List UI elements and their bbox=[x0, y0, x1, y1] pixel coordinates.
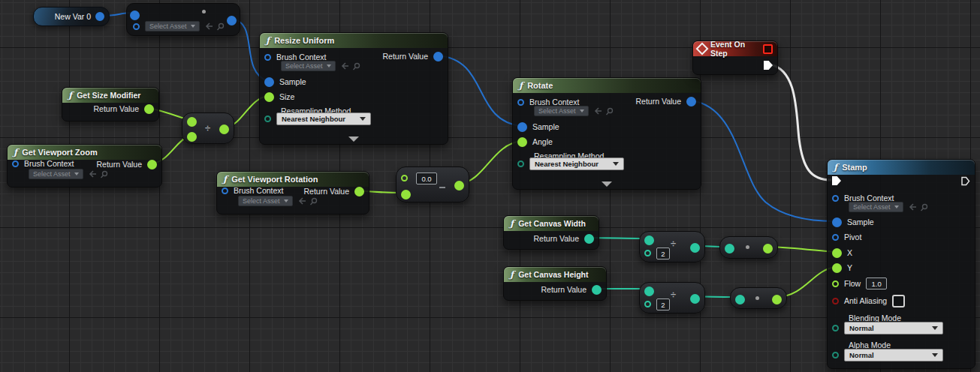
node-header[interactable]: ƒ Rotate bbox=[513, 78, 701, 93]
brush-context-pin[interactable] bbox=[832, 195, 839, 202]
divisor-value-box[interactable]: 2 bbox=[656, 248, 670, 260]
select-asset-dropdown[interactable]: Select Asset bbox=[238, 196, 293, 206]
browse-icon[interactable] bbox=[216, 22, 225, 31]
blending-mode-pin[interactable] bbox=[832, 325, 839, 332]
offset-input-a-pin[interactable] bbox=[401, 175, 408, 182]
node-get-viewport-rotation[interactable]: ƒ Get Viewport Rotation Brush Context Se… bbox=[216, 171, 369, 214]
y-pin[interactable] bbox=[832, 263, 842, 273]
divide-output-pin[interactable] bbox=[690, 294, 700, 304]
divide-input-a-pin[interactable] bbox=[187, 117, 197, 127]
brush-context-pin[interactable] bbox=[264, 54, 271, 61]
node-rotate[interactable]: ƒ Rotate Brush Context Select Asset Samp… bbox=[512, 77, 701, 190]
node-divide-width[interactable]: 2 ÷ bbox=[639, 231, 705, 262]
conversion-input-pin[interactable] bbox=[725, 244, 734, 254]
sample-pin[interactable] bbox=[517, 122, 527, 132]
output-pin-asset[interactable] bbox=[227, 16, 237, 26]
delegate-pin[interactable] bbox=[763, 44, 773, 54]
browse-icon[interactable] bbox=[309, 197, 318, 206]
blueprint-graph-canvas[interactable]: New Var 0 Select Asset ƒ Resize Uniform bbox=[0, 0, 980, 372]
use-selected-icon[interactable] bbox=[341, 62, 349, 70]
x-pin[interactable] bbox=[832, 248, 842, 258]
expand-advanced-chevron-icon[interactable] bbox=[348, 136, 359, 142]
output-pin-variable[interactable] bbox=[95, 12, 104, 21]
divide-output-pin[interactable] bbox=[690, 243, 700, 253]
use-selected-icon[interactable] bbox=[298, 197, 306, 205]
alpha-mode-dropdown[interactable]: Normal bbox=[844, 349, 943, 362]
return-value-pin[interactable] bbox=[592, 285, 602, 295]
brush-context-pin[interactable] bbox=[222, 188, 228, 194]
sample-pin[interactable] bbox=[264, 77, 274, 87]
divide-input-a-pin[interactable] bbox=[644, 236, 654, 245]
divisor-value-box[interactable]: 2 bbox=[656, 298, 670, 310]
pivot-pin[interactable] bbox=[832, 234, 839, 241]
resampling-method-pin[interactable] bbox=[517, 160, 524, 167]
anti-aliasing-pin[interactable] bbox=[832, 298, 839, 304]
node-int-to-float-y[interactable] bbox=[730, 287, 787, 309]
flow-pin[interactable] bbox=[832, 280, 839, 287]
node-header[interactable]: ƒ Get Canvas Height bbox=[504, 267, 606, 282]
return-value-pin[interactable] bbox=[686, 97, 696, 106]
divide-output-pin[interactable] bbox=[219, 124, 229, 134]
resampling-dropdown[interactable]: Nearest Neighbour bbox=[529, 158, 624, 170]
flow-value-box[interactable]: 1.0 bbox=[866, 278, 887, 290]
node-get-canvas-height[interactable]: ƒ Get Canvas Height Return Value bbox=[503, 266, 607, 301]
node-header[interactable]: ƒ Get Size Modifier bbox=[62, 88, 158, 103]
select-asset-dropdown[interactable]: Select Asset bbox=[534, 106, 589, 116]
node-divide-height[interactable]: 2 ÷ bbox=[639, 282, 705, 314]
resampling-dropdown[interactable]: Nearest Neighbour bbox=[276, 112, 371, 125]
conversion-output-pin[interactable] bbox=[763, 244, 773, 254]
return-value-pin[interactable] bbox=[144, 104, 154, 114]
node-get-viewport-zoom[interactable]: ƒ Get Viewport Zoom Brush Context Select… bbox=[7, 144, 162, 188]
use-selected-icon[interactable] bbox=[89, 170, 97, 178]
browse-icon[interactable] bbox=[100, 170, 108, 178]
browse-icon[interactable] bbox=[605, 107, 614, 116]
node-header[interactable]: ƒ Get Canvas Width bbox=[504, 216, 599, 231]
anti-aliasing-checkbox[interactable] bbox=[892, 295, 905, 308]
node-divide-size[interactable]: ÷ bbox=[182, 112, 234, 144]
node-get-size-modifier[interactable]: ƒ Get Size Modifier Return Value bbox=[62, 87, 159, 122]
divide-input-a-pin[interactable] bbox=[644, 286, 654, 296]
node-rotation-offset[interactable]: 0.0 bbox=[396, 166, 469, 202]
alpha-mode-pin[interactable] bbox=[832, 352, 839, 358]
node-get-canvas-width[interactable]: ƒ Get Canvas Width Return Value bbox=[503, 215, 599, 250]
return-value-pin[interactable] bbox=[433, 52, 443, 62]
brush-context-pin[interactable] bbox=[517, 99, 524, 106]
browse-icon[interactable] bbox=[920, 203, 928, 212]
resampling-method-pin[interactable] bbox=[264, 116, 271, 122]
angle-pin[interactable] bbox=[517, 137, 527, 147]
use-selected-icon[interactable] bbox=[205, 22, 213, 30]
node-new-var[interactable]: New Var 0 bbox=[33, 7, 110, 26]
blending-mode-dropdown[interactable]: Normal bbox=[844, 322, 943, 334]
node-header[interactable]: Event On Step bbox=[693, 41, 777, 56]
node-header[interactable]: ƒ Resize Uniform bbox=[260, 33, 448, 48]
node-event-on-step[interactable]: Event On Step bbox=[692, 40, 778, 75]
node-stamp[interactable]: ƒ Stamp Brush Context Select Asset Sampl… bbox=[827, 159, 975, 369]
conversion-output-pin[interactable] bbox=[772, 295, 782, 304]
node-asset-picker[interactable]: Select Asset bbox=[126, 3, 240, 36]
use-selected-icon[interactable] bbox=[594, 107, 602, 115]
asset-pin[interactable] bbox=[133, 23, 140, 30]
return-value-pin[interactable] bbox=[354, 187, 364, 196]
divide-input-b-pin[interactable] bbox=[644, 301, 651, 308]
offset-value-box[interactable]: 0.0 bbox=[416, 172, 437, 184]
exec-input-pin[interactable] bbox=[832, 176, 841, 185]
divide-input-b-pin[interactable] bbox=[187, 132, 197, 142]
select-asset-dropdown[interactable]: Select Asset bbox=[281, 61, 336, 71]
node-int-to-float-x[interactable] bbox=[719, 236, 778, 259]
offset-output-pin[interactable] bbox=[454, 181, 464, 190]
sample-pin[interactable] bbox=[832, 218, 842, 227]
return-value-pin[interactable] bbox=[584, 234, 594, 244]
divide-input-b-pin[interactable] bbox=[644, 250, 651, 256]
browse-icon[interactable] bbox=[352, 62, 360, 70]
exec-output-pin[interactable] bbox=[960, 176, 970, 186]
return-value-pin[interactable] bbox=[147, 160, 157, 170]
node-resize-uniform[interactable]: ƒ Resize Uniform Brush Context Select As… bbox=[259, 32, 448, 145]
exec-output-pin[interactable] bbox=[764, 61, 773, 70]
expand-advanced-chevron-icon[interactable] bbox=[602, 182, 612, 187]
size-pin[interactable] bbox=[264, 92, 274, 102]
input-pin-asset[interactable] bbox=[130, 10, 140, 20]
conversion-input-pin[interactable] bbox=[735, 295, 745, 304]
select-asset-dropdown[interactable]: Select Asset bbox=[145, 21, 200, 32]
brush-context-pin[interactable] bbox=[12, 160, 19, 167]
select-asset-dropdown[interactable]: Select Asset bbox=[29, 169, 83, 179]
